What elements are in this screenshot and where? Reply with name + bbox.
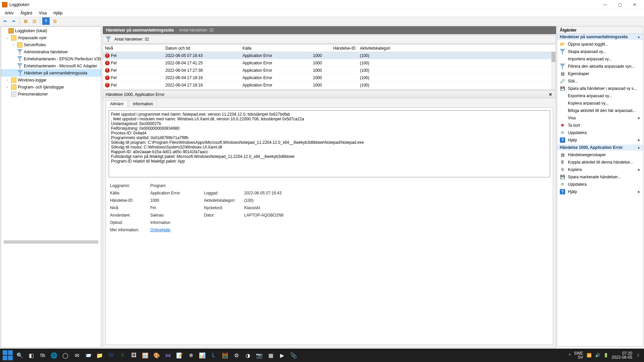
nav-forward-button[interactable]: ➡ — [10, 17, 17, 25]
event-row[interactable]: Fel2022-06-04 17:27:38Application Error1… — [103, 67, 556, 74]
tab-general[interactable]: Allmänt — [106, 100, 128, 107]
search-icon: 🔎 — [560, 78, 565, 84]
action-properties[interactable]: ▤Egenskaper — [557, 70, 643, 77]
action-refresh[interactable]: ⟳Uppdatera — [557, 129, 643, 136]
tree-summary-events[interactable]: Händelser på sammanfattningssida — [1, 69, 101, 76]
tree-custom-views[interactable]: ⌄ Anpassade vyer — [1, 34, 101, 41]
taskbar-media-icon[interactable]: ▶ — [277, 350, 287, 360]
action-attach-task[interactable]: Bifoga aktivitet till den här anpassad..… — [557, 107, 643, 114]
tray-chevron-icon[interactable]: ^ — [569, 353, 571, 358]
action-open-saved-log[interactable]: 📂Öppna sparad loggfil... — [557, 41, 643, 48]
event-row[interactable]: Fel2022-06-04 17:41:25Application Error1… — [103, 59, 556, 67]
col-event-id[interactable]: Händelse-ID — [311, 46, 358, 51]
taskbar-edge-icon[interactable]: 🌐 — [49, 350, 59, 360]
taskbar-calc-icon[interactable]: 🧮 — [220, 350, 230, 360]
tree-horizontal-scrollbar[interactable] — [4, 240, 98, 244]
taskbar-vs-icon[interactable]: ⋈ — [163, 350, 173, 360]
col-date[interactable]: Datum och tid — [163, 46, 240, 51]
tree-devmgr-epson[interactable]: Enhetshanteraren - EPSON Perfection V30 — [1, 55, 101, 62]
opcode-value: Information — [150, 220, 204, 225]
taskbar-excel-icon[interactable]: X — [117, 350, 127, 360]
taskbar-mail-icon[interactable]: ✉ — [72, 350, 82, 360]
action-find[interactable]: 🔎Sök... — [557, 77, 643, 85]
tree-admin-events[interactable]: Administrativa händelser — [1, 48, 101, 55]
help-icon[interactable]: ? — [42, 17, 50, 25]
tree-app-logs[interactable]: › Program- och tjänstloggar — [1, 83, 101, 90]
tree-devmgr-ac[interactable]: Enhetshanteraren - Microsoft AC Adapter — [1, 62, 101, 69]
menu-atgard[interactable]: Åtgärd — [17, 10, 36, 16]
properties-icon[interactable]: ▤ — [31, 17, 38, 25]
event-message[interactable]: Felet uppstod i programmet med namn: Not… — [109, 110, 550, 177]
actions-group1-header[interactable]: Händelser på sammanfattningssida ▲ — [557, 34, 643, 40]
tray-notifications-icon[interactable]: ☽ — [636, 353, 639, 358]
action-filter-current[interactable]: Filtrera den aktuella anpassade vyn... — [557, 63, 643, 70]
action-save-selected[interactable]: 💾Spara markerade händelser... — [557, 173, 643, 181]
tree-root[interactable]: Loggboken (lokal) — [1, 27, 101, 34]
tray-volume-icon[interactable]: 🔊 — [595, 353, 600, 358]
taskbar-app-icon[interactable]: 🖼 — [129, 350, 139, 360]
start-button[interactable] — [3, 350, 13, 360]
action-view[interactable]: Visa▶ — [557, 114, 643, 122]
actions-group2-header[interactable]: Händelse 1000, Application Error ▲ — [557, 144, 643, 150]
action-attach-task-event[interactable]: 🗓Koppla aktivitet till denna händelse... — [557, 159, 643, 166]
action-copy[interactable]: ⎘Kopiera▶ — [557, 166, 643, 173]
col-source[interactable]: Källa — [240, 46, 311, 51]
event-row[interactable]: Fel2022-06-04 17:18:16Application Error1… — [103, 81, 556, 89]
close-button[interactable]: ✕ — [627, 0, 642, 9]
taskbar-outlook-icon[interactable]: 📨 — [83, 350, 93, 360]
taskbar-app-icon[interactable]: ❄ — [186, 350, 196, 360]
tree-windows-logs[interactable]: › Windows-loggar — [1, 76, 101, 83]
detail-close-button[interactable]: ✕ — [548, 92, 553, 97]
action-copy-custom[interactable]: Kopiera anpassad vy... — [557, 100, 643, 107]
taskbar-taskview-icon[interactable]: ◧ — [26, 350, 36, 360]
tray-wifi-icon[interactable]: 📶 — [587, 353, 592, 358]
action-create-custom-view[interactable]: Skapa anpassad vy... — [557, 48, 643, 55]
taskbar-app-icon[interactable]: ▦ — [266, 350, 276, 360]
action-save-all[interactable]: 💾Spara alla händelser i anpassad vy s... — [557, 85, 643, 92]
taskbar-app-icon[interactable]: 🪟 — [140, 350, 150, 360]
tray-date[interactable]: 2022-06-05 — [612, 355, 632, 359]
menu-visa[interactable]: Visa — [36, 10, 50, 16]
menu-hjalp[interactable]: Hjälp — [50, 10, 66, 16]
online-help-link[interactable]: Onlinehjälp — [150, 228, 170, 232]
taskbar-app-icon[interactable]: 📎 — [288, 350, 299, 360]
action-event-properties[interactable]: ▤Händelseegenskaper — [557, 151, 643, 159]
taskbar-app-icon[interactable]: 📊 — [197, 350, 207, 360]
detail-tabs: Allmänt Information — [103, 98, 556, 107]
taskbar-notepad-icon[interactable]: 📝 — [174, 350, 184, 360]
taskbar-camera-icon[interactable]: 📷 — [254, 350, 264, 360]
minimize-button[interactable]: — — [598, 0, 612, 9]
preview-pane-icon[interactable]: ▦ — [22, 17, 29, 25]
action-delete[interactable]: ✖Ta bort — [557, 122, 643, 129]
action-help2[interactable]: ?Hjälp▶ — [557, 188, 643, 195]
tray-battery-icon[interactable]: 🔋 — [603, 353, 608, 358]
tree-server-roles[interactable]: › ServerRoles — [1, 41, 101, 48]
col-level[interactable]: Nivå — [103, 46, 163, 51]
tree-subscriptions[interactable]: Prenumerationer — [1, 90, 101, 98]
taskbar-explorer-icon[interactable]: 📁 — [95, 350, 105, 360]
maximize-button[interactable]: ▢ — [612, 0, 627, 9]
event-row[interactable]: Fel2022-06-04 17:18:16Application Error1… — [103, 74, 556, 81]
taskbar-chrome-icon[interactable]: ◯ — [60, 350, 70, 360]
action-refresh2[interactable]: ⟳Uppdatera — [557, 181, 643, 188]
tab-information[interactable]: Information — [128, 100, 157, 107]
tray-lang2[interactable]: SV — [574, 355, 583, 359]
taskbar-store-icon[interactable]: 🛍 — [38, 350, 48, 360]
taskbar-paint-icon[interactable]: 🎨 — [152, 350, 162, 360]
action-help[interactable]: ?Hjälp▶ — [557, 136, 643, 144]
grid-scrollbar[interactable] — [551, 52, 556, 89]
nav-back-button[interactable]: ⬅ — [1, 17, 9, 25]
event-row[interactable]: Fel2022-06-05 07:16:43Application Error1… — [103, 52, 556, 59]
filter-icon[interactable] — [106, 37, 111, 42]
menu-arkiv[interactable]: Arkiv — [1, 10, 17, 16]
taskbar-app-icon[interactable]: L — [209, 350, 219, 360]
taskbar-word-icon[interactable]: W — [106, 350, 116, 360]
action-import-custom-view[interactable]: Importera anpassad vy... — [557, 55, 643, 63]
taskbar-search-icon[interactable]: 🔍 — [15, 350, 25, 360]
taskbar-app-icon[interactable]: ◑ — [243, 350, 253, 360]
taskbar-settings-icon[interactable]: ⚙ — [231, 350, 241, 360]
action-export-custom[interactable]: Exportera anpassad vy... — [557, 92, 643, 100]
grid-scroll-thumb[interactable] — [551, 52, 555, 62]
tile-icon[interactable]: ▥ — [51, 17, 58, 25]
col-task[interactable]: Aktivitetskategori — [358, 46, 551, 51]
